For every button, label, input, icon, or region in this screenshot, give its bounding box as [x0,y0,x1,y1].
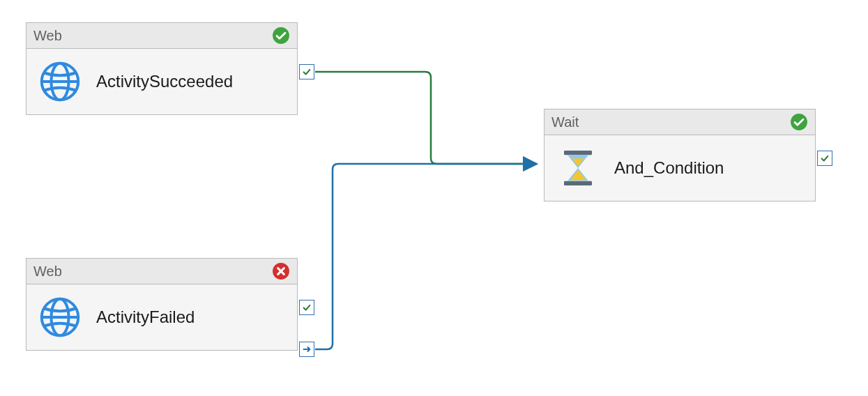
output-port-success[interactable] [299,64,314,79]
activity-node-and-condition[interactable]: Wait And_Condition [544,109,816,201]
globe-icon [39,296,81,338]
svg-point-0 [273,27,289,44]
hourglass-icon [557,147,599,189]
activity-body: ActivityFailed [26,284,297,350]
output-port-success[interactable] [817,151,832,166]
edge-completion-to-and [315,164,537,349]
activity-type-label: Wait [551,114,579,130]
output-port-success[interactable] [299,300,314,315]
svg-rect-9 [564,151,592,155]
activity-header: Web [26,23,297,49]
status-success-icon [790,113,808,131]
activity-type-label: Web [33,28,62,44]
activity-header: Wait [545,109,815,135]
activity-name-label: And_Condition [614,158,724,178]
activity-node-failed[interactable]: Web ActivityFailed [26,258,298,351]
svg-point-8 [791,114,807,130]
output-port-completion[interactable] [299,342,314,357]
activity-body: And_Condition [545,135,815,201]
activity-node-succeeded[interactable]: Web ActivitySucceeded [26,22,298,115]
activity-name-label: ActivityFailed [96,307,195,327]
activity-header: Web [26,259,297,284]
status-failed-icon [272,262,290,280]
activity-type-label: Web [33,264,62,280]
activity-body: ActivitySucceeded [26,49,297,114]
pipeline-canvas[interactable]: Web ActivitySucceeded Web [0,0,868,396]
edge-success-to-and [315,72,536,164]
globe-icon [39,61,81,102]
status-success-icon [272,26,290,45]
svg-rect-10 [564,181,592,185]
activity-name-label: ActivitySucceeded [96,72,233,91]
